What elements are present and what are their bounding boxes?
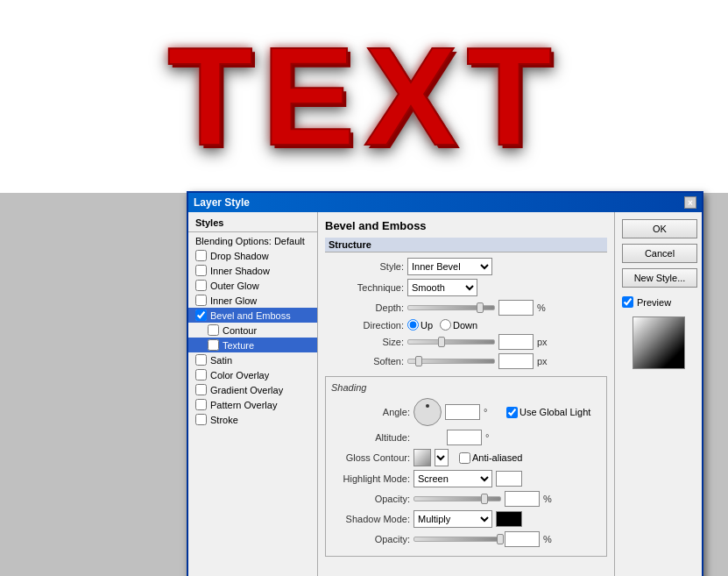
contour-checkbox[interactable] (208, 324, 219, 336)
depth-value[interactable]: 327 (498, 300, 534, 316)
sidebar-item-texture[interactable]: Texture (188, 338, 317, 352)
highlight-mode-label: Highlight Mode: (331, 473, 410, 484)
main-content: Bevel and Emboss Structure Style: Inner … (318, 212, 614, 576)
direction-up-label[interactable]: Up (407, 319, 433, 331)
depth-slider[interactable] (407, 305, 495, 310)
pattern-overlay-checkbox[interactable] (195, 399, 207, 410)
angle-label: Angle: (331, 407, 410, 417)
blending-options-item[interactable]: Blending Options: Default (188, 234, 317, 248)
dialog-body: Styles Blending Options: Default Drop Sh… (188, 212, 702, 576)
gloss-contour-row: Gloss Contour: Anti-aliased (331, 449, 601, 466)
direction-row: Direction: Up Down (325, 319, 607, 331)
direction-radio-group: Up Down (407, 319, 477, 331)
direction-label: Direction: (325, 320, 404, 331)
preview-label-text: Preview (637, 297, 671, 308)
highlight-mode-select[interactable]: Screen Normal Multiply (413, 470, 492, 487)
sidebar-item-outer-glow[interactable]: Outer Glow (188, 278, 317, 293)
bevel-emboss-checkbox[interactable] (195, 309, 207, 321)
soften-unit: px (537, 356, 551, 366)
shadow-opacity-row: Opacity: 100 % (331, 531, 601, 547)
preview-checkbox[interactable] (622, 296, 633, 308)
satin-label: Satin (210, 355, 232, 366)
satin-checkbox[interactable] (195, 354, 207, 366)
contour-preview[interactable] (413, 449, 431, 466)
angle-unit: ° (484, 407, 498, 417)
sidebar-item-inner-glow[interactable]: Inner Glow (188, 293, 317, 308)
technique-select[interactable]: Smooth Chisel Hard Chisel Soft (407, 279, 477, 296)
direction-down-radio[interactable] (440, 319, 451, 331)
drop-shadow-label: Drop Shadow (210, 251, 269, 261)
shading-section: Shading Angle: 45 ° Use Global Light (325, 376, 607, 557)
size-value[interactable]: 13 (498, 334, 534, 350)
outer-glow-checkbox[interactable] (195, 280, 207, 291)
shadow-color-swatch[interactable] (496, 511, 522, 527)
texture-label: Texture (223, 340, 254, 351)
inner-shadow-checkbox[interactable] (195, 265, 207, 276)
sidebar-item-inner-shadow[interactable]: Inner Shadow (188, 263, 317, 278)
altitude-unit: ° (485, 432, 499, 443)
anti-aliased-text: Anti-aliased (472, 452, 522, 463)
gradient-overlay-checkbox[interactable] (195, 384, 207, 395)
altitude-value[interactable]: 48 (447, 430, 482, 445)
shadow-mode-label: Shadow Mode: (331, 514, 410, 524)
inner-shadow-label: Inner Shadow (210, 266, 270, 276)
inner-glow-checkbox[interactable] (195, 295, 207, 306)
sidebar-item-satin[interactable]: Satin (188, 352, 317, 367)
sidebar-item-color-overlay[interactable]: Color Overlay (188, 367, 317, 382)
size-label: Size: (325, 337, 404, 347)
technique-row: Technique: Smooth Chisel Hard Chisel Sof… (325, 279, 607, 296)
use-global-light-label[interactable]: Use Global Light (506, 407, 590, 418)
direction-up-text: Up (421, 320, 433, 331)
size-row: Size: 13 px (325, 334, 607, 350)
angle-dot (426, 404, 429, 408)
anti-aliased-checkbox[interactable] (459, 452, 470, 464)
highlight-opacity-value[interactable]: 83 (505, 491, 540, 507)
sidebar-item-pattern-overlay[interactable]: Pattern Overlay (188, 397, 317, 412)
size-unit: px (537, 337, 551, 347)
technique-label: Technique: (325, 282, 404, 293)
angle-widget[interactable] (413, 398, 442, 426)
ok-button[interactable]: OK (622, 219, 697, 238)
style-row: Style: Inner Bevel Outer Bevel Emboss Pi… (325, 258, 607, 275)
right-panel: OK Cancel New Style... Preview (614, 212, 702, 576)
canvas-text: TEXT (167, 16, 561, 177)
close-button[interactable]: × (684, 196, 696, 209)
shadow-mode-select[interactable]: Multiply Normal Screen (413, 510, 492, 528)
direction-down-text: Down (453, 320, 477, 331)
cancel-button[interactable]: Cancel (622, 244, 697, 263)
size-slider[interactable] (407, 339, 495, 345)
highlight-opacity-row: Opacity: 83 % (331, 491, 601, 507)
shading-title: Shading (331, 382, 601, 393)
soften-label: Soften: (325, 356, 404, 366)
shadow-opacity-value[interactable]: 100 (505, 531, 540, 547)
texture-checkbox[interactable] (208, 339, 219, 351)
soften-row: Soften: 1 px (325, 353, 607, 369)
stroke-checkbox[interactable] (195, 414, 207, 425)
soften-slider[interactable] (407, 359, 495, 364)
angle-row: Angle: 45 ° Use Global Light (331, 398, 601, 426)
gradient-overlay-label: Gradient Overlay (210, 385, 283, 395)
gloss-contour-label: Gloss Contour: (331, 452, 410, 463)
highlight-opacity-label: Opacity: (331, 494, 410, 504)
style-select[interactable]: Inner Bevel Outer Bevel Emboss Pillow Em… (407, 258, 492, 275)
anti-aliased-label[interactable]: Anti-aliased (459, 452, 522, 464)
drop-shadow-checkbox[interactable] (195, 250, 207, 261)
sidebar-item-contour[interactable]: Contour (188, 323, 317, 338)
new-style-button[interactable]: New Style... (622, 268, 697, 288)
highlight-color-swatch[interactable] (496, 471, 522, 487)
sidebar-item-bevel-emboss[interactable]: Bevel and Emboss (188, 308, 317, 323)
highlight-opacity-slider[interactable] (413, 496, 501, 501)
direction-up-radio[interactable] (407, 319, 419, 331)
soften-value[interactable]: 1 (498, 353, 534, 369)
sidebar-item-gradient-overlay[interactable]: Gradient Overlay (188, 382, 317, 397)
color-overlay-checkbox[interactable] (195, 369, 207, 380)
shadow-opacity-slider[interactable] (413, 537, 501, 542)
angle-value[interactable]: 45 (445, 404, 480, 420)
sidebar-item-stroke[interactable]: Stroke (188, 412, 317, 427)
direction-down-label[interactable]: Down (440, 319, 477, 331)
contour-dropdown[interactable] (435, 449, 449, 466)
inner-glow-label: Inner Glow (210, 295, 257, 306)
shadow-opacity-unit: % (543, 534, 557, 544)
sidebar-item-drop-shadow[interactable]: Drop Shadow (188, 248, 317, 263)
use-global-light-checkbox[interactable] (506, 407, 518, 418)
